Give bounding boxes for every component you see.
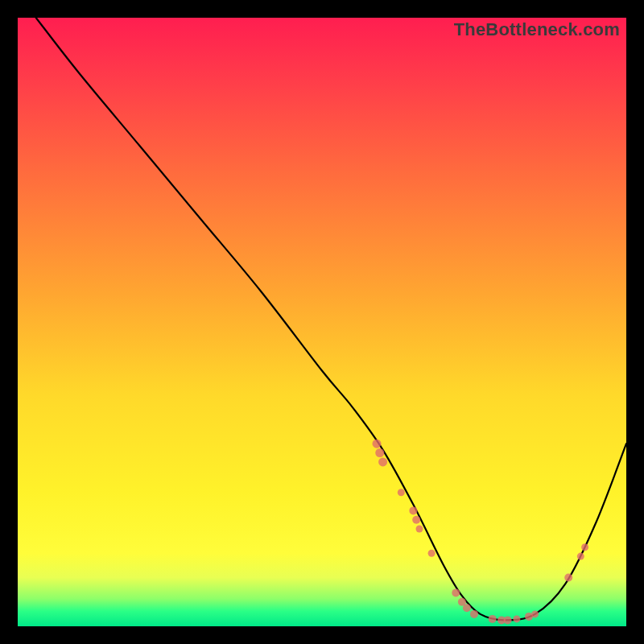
curve-marker xyxy=(378,457,387,466)
curve-marker xyxy=(577,553,584,560)
curve-marker xyxy=(470,610,478,618)
curve-marker xyxy=(409,506,417,514)
curve-marker xyxy=(581,543,588,551)
curve-marker xyxy=(398,489,405,496)
curve-line xyxy=(36,18,626,620)
curve-marker xyxy=(531,610,539,617)
curve-marker xyxy=(428,550,436,557)
watermark-text: TheBottleneck.com xyxy=(454,19,620,40)
curve-marker xyxy=(504,616,512,624)
curve-marker xyxy=(375,448,384,457)
curve-marker xyxy=(412,516,420,524)
curve-marker xyxy=(416,526,423,533)
curve-marker xyxy=(452,588,460,597)
chart-plot-area: TheBottleneck.com xyxy=(18,18,626,626)
curve-marker xyxy=(489,615,497,623)
curve-marker xyxy=(463,604,471,612)
curve-marker xyxy=(564,574,572,582)
curve-marker xyxy=(513,615,520,622)
curve-marker xyxy=(373,440,382,448)
chart-svg xyxy=(18,18,626,626)
